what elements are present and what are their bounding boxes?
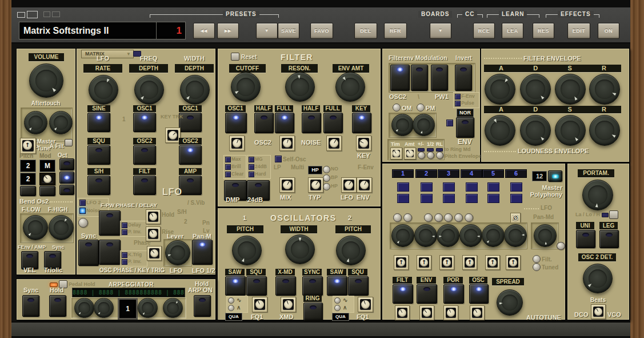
filter-env-selector[interactable] <box>357 177 372 193</box>
filt-vel-selector[interactable] <box>395 305 410 320</box>
loudness-env-attack-knob[interactable] <box>485 115 515 146</box>
pitch-bend2-display[interactable]: 2 <box>20 173 36 185</box>
filter-osc1-button[interactable] <box>225 113 247 133</box>
mix-selector[interactable] <box>279 177 295 193</box>
osc2-fq1-selector[interactable] <box>358 297 373 312</box>
slot6-dest-box[interactable] <box>510 194 522 203</box>
master-tune-led-button[interactable] <box>65 139 73 146</box>
slot6-mute-button[interactable] <box>454 213 463 222</box>
matrix-slot-5[interactable]: 5 <box>482 169 504 178</box>
mg-checkbox[interactable] <box>249 157 254 162</box>
polyphony-button[interactable] <box>548 170 562 182</box>
fenvmod-slash-button[interactable] <box>411 65 428 91</box>
save-button[interactable]: SAVE <box>278 23 299 39</box>
slot4-direction-switch[interactable]: ↑ <box>462 255 477 270</box>
matrix-amount-knob-3[interactable] <box>437 224 459 247</box>
arp-mode-knob[interactable] <box>138 298 158 318</box>
pulse-width-knob[interactable] <box>285 234 315 264</box>
learn-reset-button[interactable]: RES <box>533 23 554 39</box>
self-osc-checkbox[interactable] <box>275 156 282 162</box>
type-bp-radio[interactable] <box>323 174 330 182</box>
lfo-wave-sh-button[interactable] <box>87 176 110 195</box>
osc1-fq1-selector[interactable] <box>252 297 267 312</box>
slot2-direction-switch[interactable]: ↑ <box>417 255 431 270</box>
pm-radio[interactable] <box>417 104 425 112</box>
slot3-mute-button[interactable] <box>424 213 433 222</box>
slot1-source-box[interactable] <box>397 182 409 192</box>
slot4-dest-box[interactable] <box>466 194 478 203</box>
oct-down-button[interactable] <box>59 185 74 195</box>
slot5-mute-button[interactable] <box>444 213 453 222</box>
filter-noise-half-button[interactable] <box>302 113 321 133</box>
filter-osc2-full-button[interactable] <box>275 113 294 133</box>
delete-button[interactable]: DEL <box>354 23 377 39</box>
refresh-button[interactable]: RFR <box>384 23 407 39</box>
half-button[interactable] <box>427 152 434 159</box>
aftertouch-vibrato-knob[interactable] <box>24 111 47 134</box>
pan-m-button[interactable] <box>192 240 213 265</box>
filter-osc2-half-button[interactable] <box>254 113 274 133</box>
lfo-sync-button[interactable] <box>78 240 99 266</box>
spread-knob[interactable] <box>497 289 523 316</box>
osc1-pitch-knob[interactable] <box>232 236 262 265</box>
pan-md-knob[interactable] <box>534 224 557 247</box>
env-mode-display[interactable]: NOR <box>457 109 474 117</box>
pitch-bend-display[interactable]: 2 <box>20 160 36 172</box>
osc2-pitch-knob[interactable] <box>336 236 366 265</box>
pulse-checkbox[interactable] <box>455 101 461 106</box>
filter-lfo-selector[interactable] <box>341 177 357 193</box>
f-high-knob[interactable] <box>49 215 74 240</box>
filter-key-button[interactable] <box>352 113 371 133</box>
pitch-env-amount-selector[interactable] <box>404 148 416 160</box>
osc2-tri-radio[interactable] <box>334 305 341 311</box>
matrix-slot-2[interactable]: 2 <box>415 169 437 178</box>
freq-depth-knob[interactable] <box>134 75 164 105</box>
xmd-selector[interactable] <box>281 297 296 312</box>
typ-selector[interactable] <box>308 177 323 193</box>
filter-noise-full-button[interactable] <box>323 113 343 133</box>
max-checkbox[interactable] <box>225 157 231 162</box>
env-route-checkbox[interactable] <box>446 120 453 126</box>
arp-step-display[interactable]: 1 <box>118 298 138 320</box>
width-depth-knob[interactable] <box>180 75 210 105</box>
matrix-slot-1[interactable]: 1 <box>392 169 414 178</box>
beats-selector[interactable] <box>591 304 606 319</box>
slot2-mute-button[interactable] <box>403 213 412 222</box>
slot6-source-box[interactable] <box>510 182 522 192</box>
width-amp-button[interactable] <box>179 176 202 195</box>
matrix-slot-4[interactable]: 4 <box>461 169 482 178</box>
osc1-tri-radio[interactable] <box>228 305 234 311</box>
brill-checkbox[interactable] <box>225 164 231 170</box>
p-inv1-checkbox[interactable] <box>122 229 127 235</box>
volume-knob[interactable] <box>29 63 63 98</box>
slot1-dest-box[interactable] <box>397 194 409 203</box>
favorite-button[interactable]: FAVO <box>310 23 333 39</box>
env-mode-button[interactable] <box>456 117 474 138</box>
matrix-slot-6[interactable]: 6 <box>505 169 527 178</box>
filter-env-sustain-knob[interactable] <box>555 74 586 105</box>
width-osc2-button[interactable] <box>179 145 202 165</box>
freq-osc1-button[interactable] <box>133 113 156 132</box>
plusminus-button[interactable] <box>418 152 425 159</box>
k-trig-checkbox[interactable] <box>122 252 127 258</box>
osc1-saw-button[interactable] <box>225 276 246 296</box>
por-vel-button[interactable] <box>443 284 464 304</box>
cutoff-knob[interactable] <box>231 72 261 102</box>
phase-selector[interactable] <box>147 246 162 261</box>
preset-next-button[interactable]: ▶▶ <box>217 23 239 39</box>
cross-mod-button[interactable] <box>275 276 296 296</box>
aftertouch-filter-knob[interactable] <box>49 111 73 134</box>
arp-speed-knob[interactable] <box>74 298 94 318</box>
arp-hold-button[interactable] <box>49 295 66 317</box>
fenvmod-pw1-button[interactable] <box>431 65 448 91</box>
osc-sync-button[interactable] <box>302 276 323 296</box>
lfo-rate-knob[interactable] <box>89 75 118 105</box>
preset-menu-button[interactable]: ▼ <box>256 23 278 39</box>
window-layout-icon[interactable] <box>43 11 50 17</box>
env-amount-knob[interactable] <box>335 72 365 102</box>
arp-on-button[interactable] <box>194 295 211 317</box>
window-maximize-icon[interactable] <box>27 11 38 18</box>
rl-button[interactable] <box>436 152 443 159</box>
osc2-detune-knob[interactable] <box>583 264 613 293</box>
loudness-env-release-knob[interactable] <box>589 115 620 146</box>
